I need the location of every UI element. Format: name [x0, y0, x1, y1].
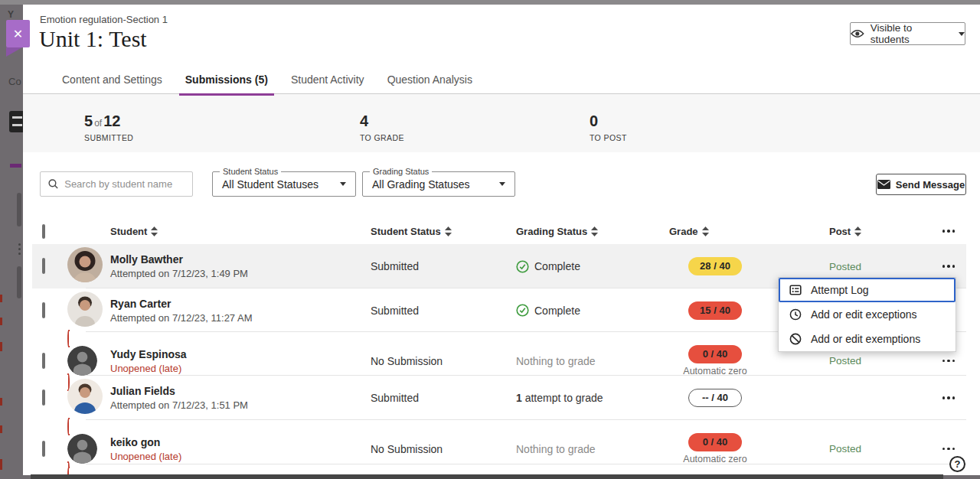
dimmed-background-fragment: Y — [8, 9, 14, 20]
envelope-icon — [877, 180, 890, 189]
grading-status-cell: Complete — [516, 260, 669, 273]
sort-icon — [854, 226, 861, 236]
grade-pill[interactable]: 0 / 40 — [688, 345, 742, 363]
search-icon — [48, 178, 58, 190]
grading-status-cell: Complete — [516, 304, 669, 317]
grading-status-filter[interactable]: Grading Status All Grading Statuses — [362, 171, 515, 197]
clock-icon — [789, 308, 802, 321]
grade-pill[interactable]: 28 / 40 — [688, 257, 742, 275]
prohibit-icon — [789, 333, 802, 345]
header-grading-status[interactable]: Grading Status — [516, 226, 669, 237]
stats-bar: 5of12 SUBMITTED 4 TO GRADE 0 TO POST — [23, 94, 980, 152]
header-post[interactable]: Post — [829, 226, 931, 237]
close-panel-button[interactable]: ✕ — [6, 20, 30, 47]
student-status-cell: No Submission — [371, 355, 516, 367]
row-checkbox[interactable] — [42, 441, 45, 457]
tab-student-activity[interactable]: Student Activity — [285, 73, 371, 96]
post-status: Posted — [829, 261, 931, 272]
chevron-down-icon — [340, 182, 346, 186]
post-status: Posted — [829, 355, 931, 367]
dimmed-background-fragment — [17, 266, 21, 298]
visibility-label: Visible to students — [871, 22, 952, 45]
table-row: keiko gon Unopened (late) No Submission … — [32, 420, 966, 464]
dimmed-background-fragment — [0, 398, 2, 406]
avatar — [67, 316, 103, 329]
menu-item-attempt-log[interactable]: Attempt Log — [779, 278, 956, 302]
student-cell[interactable]: Molly Bawther Attempted on 7/12/23, 1:49… — [110, 253, 371, 279]
tab-submissions[interactable]: Submissions (5) — [179, 73, 274, 96]
submissions-panel: Emotion regulation-Section 1 Unit 1: Tes… — [23, 5, 980, 475]
row-checkbox[interactable] — [42, 389, 45, 406]
row-checkbox[interactable] — [42, 302, 45, 318]
chevron-down-icon — [499, 182, 505, 186]
student-cell[interactable]: Yudy Espinosa Unopened (late) — [110, 348, 371, 374]
header-student-status[interactable]: Student Status — [371, 226, 516, 237]
row-checkbox[interactable] — [42, 353, 45, 369]
student-status-filter[interactable]: Student Status All Student Statuses — [212, 171, 356, 197]
dimmed-background-fragment — [0, 318, 2, 325]
stat-to-post: 0 TO POST — [590, 112, 627, 142]
close-ribbon-fold — [6, 47, 22, 57]
grade-pill[interactable]: -- / 40 — [688, 389, 742, 407]
menu-item-add-edit-exceptions[interactable]: Add or edit exceptions — [779, 302, 956, 327]
select-all-checkbox[interactable] — [42, 224, 45, 239]
grading-status-cell: 1 attempt to grade — [516, 392, 669, 404]
breadcrumb: Emotion regulation-Section 1 — [40, 14, 168, 25]
sort-icon — [151, 226, 158, 236]
table-row — [32, 464, 966, 475]
row-options-button[interactable] — [931, 448, 966, 451]
dimmed-background-fragment — [0, 342, 2, 351]
sort-icon — [445, 226, 452, 236]
student-cell[interactable]: keiko gon Unopened (late) — [110, 436, 371, 462]
visibility-dropdown[interactable]: Visible to students — [850, 22, 965, 45]
student-status-cell: Submitted — [371, 305, 516, 317]
dimmed-background-fragment — [18, 243, 21, 257]
grading-status-cell: Nothing to grade — [516, 355, 669, 367]
dimmed-background-fragment — [10, 164, 21, 168]
search-input[interactable] — [64, 178, 185, 190]
avatar — [67, 272, 103, 285]
table-options-button[interactable] — [931, 230, 966, 233]
send-message-button[interactable]: Send Message — [876, 174, 966, 195]
student-status-filter-label: Student Status — [220, 167, 281, 176]
post-status: Posted — [829, 443, 931, 455]
grade-note: Automatic zero — [677, 366, 753, 376]
grading-status-filter-value: All Grading Statuses — [372, 178, 499, 191]
help-button[interactable]: ? — [949, 456, 965, 472]
header-student[interactable]: Student — [110, 226, 371, 237]
student-status-cell: Submitted — [371, 260, 516, 272]
row-context-menu: Attempt Log Add or edit exceptions Add o… — [778, 277, 956, 352]
chevron-down-icon — [959, 32, 965, 36]
eye-icon — [851, 29, 864, 38]
grade-note: Automatic zero — [677, 454, 753, 464]
student-cell[interactable]: Ryan Carter Attempted on 7/12/23, 11:27 … — [110, 298, 371, 324]
sort-icon — [702, 226, 709, 236]
tab-question-analysis[interactable]: Question Analysis — [381, 73, 479, 96]
sort-icon — [591, 226, 598, 236]
row-checkbox[interactable] — [42, 258, 45, 274]
table-row: Julian Fields Attempted on 7/12/23, 1:51… — [32, 376, 966, 420]
row-options-button[interactable] — [931, 265, 966, 268]
stat-to-grade: 4 TO GRADE — [360, 112, 404, 142]
grade-pill[interactable]: 0 / 40 — [688, 433, 742, 451]
grading-status-cell: Nothing to grade — [516, 443, 669, 455]
stat-submitted: 5of12 SUBMITTED — [84, 112, 133, 142]
dimmed-bottom-strip — [31, 474, 943, 479]
tab-content-and-settings[interactable]: Content and Settings — [56, 73, 168, 96]
student-search — [40, 171, 193, 197]
check-circle-icon — [516, 260, 529, 273]
question-mark-icon: ? — [955, 458, 961, 470]
row-options-button[interactable] — [931, 360, 966, 363]
header-grade[interactable]: Grade — [669, 226, 829, 237]
attempt-log-icon — [789, 284, 802, 296]
student-status-cell: No Submission — [371, 443, 516, 455]
table-header: Student Student Status Grading Status Gr… — [32, 218, 966, 244]
menu-item-add-edit-exemptions[interactable]: Add or edit exemptions — [779, 327, 956, 351]
dimmed-background-fragment — [0, 459, 2, 470]
avatar — [67, 403, 103, 416]
student-cell[interactable]: Julian Fields Attempted on 7/12/23, 1:51… — [110, 385, 371, 411]
student-status-filter-value: All Student Statuses — [222, 178, 340, 191]
grade-pill[interactable]: 15 / 40 — [688, 301, 742, 320]
grading-status-filter-label: Grading Status — [370, 167, 432, 176]
row-options-button[interactable] — [931, 396, 966, 399]
